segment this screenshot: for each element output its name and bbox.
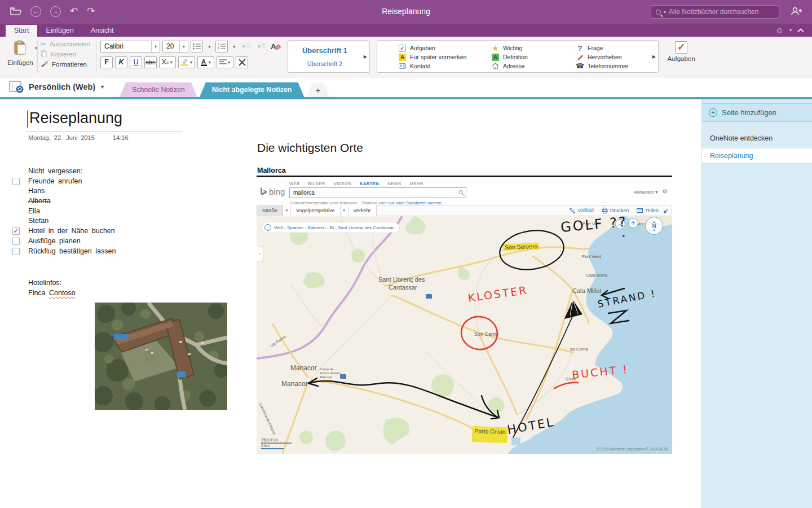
page-list-item-onenote-entdecken[interactable]: OneNote entdecken: [702, 131, 812, 146]
bing-search-business-input[interactable]: mallorca: [289, 187, 359, 198]
copy-button[interactable]: Kopieren: [41, 50, 90, 58]
page-title[interactable]: Reiseplanung: [29, 110, 122, 127]
search-placeholder: Alle Notizbücher durchsuchen: [669, 8, 758, 16]
format-painter-button[interactable]: Formatieren: [41, 60, 90, 68]
paragraph-align-button[interactable]: ▼: [217, 56, 233, 68]
resize-corner-icon[interactable]: ↙: [663, 207, 672, 214]
map-fullscreen-button[interactable]: Vollbild: [570, 208, 594, 213]
hotel-header[interactable]: Hotelinfos:: [28, 279, 61, 287]
map-share-button[interactable]: Teilen: [637, 208, 659, 213]
bullet-list-dropdown[interactable]: ▼: [205, 41, 213, 52]
bing-nav-karten[interactable]: KARTEN: [360, 181, 379, 186]
map-breadcrumb[interactable]: Welt - Spanien - Balearen - BI - Sant Ll…: [262, 222, 399, 233]
feedback-smiley-icon[interactable]: ☺: [775, 25, 784, 35]
add-page-button[interactable]: + Seite hinzufügen: [702, 103, 812, 122]
style-heading1[interactable]: Überschrift 1: [288, 46, 361, 55]
clear-formatting-button[interactable]: A: [270, 41, 282, 52]
tag-fuer-spaeter[interactable]: AFür später vormerken: [399, 54, 492, 61]
collapse-panel-arrow[interactable]: ‹: [257, 247, 263, 261]
subscript-button[interactable]: X2▼: [159, 56, 176, 68]
checkbox[interactable]: [12, 238, 20, 245]
notebook-selector[interactable]: Persönlich (Web) ▼: [9, 81, 105, 93]
delete-button[interactable]: [236, 56, 248, 68]
tag-adresse[interactable]: Adresse: [492, 63, 576, 70]
list-item-text[interactable]: Freunde anrufen: [28, 177, 82, 185]
bing-nav-mehr[interactable]: MEHR: [410, 181, 423, 186]
paste-button[interactable]: ▾ Einfügen: [6, 40, 35, 66]
section-heading[interactable]: Die wichtigsten Orte: [257, 141, 363, 155]
bing-nav-bilder[interactable]: BILDER: [308, 181, 325, 186]
map-mode-birdseye[interactable]: Vogelperspektive: [291, 205, 341, 216]
map-print-button[interactable]: Drucken: [602, 208, 629, 213]
styles-more-arrow[interactable]: ▶: [364, 54, 367, 59]
share-person-add-icon[interactable]: [791, 6, 803, 19]
collapse-ribbon-icon[interactable]: [797, 25, 804, 35]
list-item-text[interactable]: Alberta: [28, 197, 51, 205]
cut-button[interactable]: ✂ Ausschneiden: [41, 40, 90, 48]
font-color-button[interactable]: A▼: [197, 56, 214, 68]
tag-hervorheben[interactable]: Hervorheben: [576, 54, 658, 61]
search-icon[interactable]: [459, 190, 463, 194]
indent-button[interactable]: [255, 41, 267, 52]
map-caption[interactable]: Mallorca: [257, 167, 286, 174]
bold-button[interactable]: F: [100, 56, 113, 68]
section-tab-nicht-abgelegte-notizen[interactable]: Nicht abgelegte Notizen: [200, 82, 304, 97]
search-input[interactable]: ▾ Alle Notizbücher durchsuchen: [651, 5, 779, 19]
numbered-list-dropdown[interactable]: ▼: [230, 41, 238, 52]
bing-nav-news[interactable]: NEWS: [387, 181, 401, 186]
tag-aufgaben[interactable]: ✓Aufgaben: [399, 45, 492, 52]
list-item-text[interactable]: Ella: [28, 207, 40, 215]
chevron-down-icon[interactable]: ▾: [789, 28, 792, 33]
map-mode-street[interactable]: Straße: [257, 205, 283, 216]
outdent-button[interactable]: [240, 41, 253, 52]
zoom-out-button[interactable]: −: [615, 219, 625, 229]
list-item-text[interactable]: Rückflug bestätigen lassen: [28, 247, 116, 255]
list-item-text[interactable]: Ausflüge planen: [28, 237, 81, 245]
highlight-button[interactable]: ▼: [178, 56, 195, 68]
underline-button[interactable]: U: [130, 56, 142, 68]
tab-start[interactable]: Start: [6, 25, 37, 37]
numbered-list-button[interactable]: 123: [215, 41, 228, 52]
tag-wichtig[interactable]: ★Wichtig: [492, 45, 576, 52]
checkbox[interactable]: [12, 178, 20, 185]
font-size-select[interactable]: 20▼: [162, 41, 188, 52]
strikethrough-button[interactable]: abe: [144, 56, 157, 68]
section-tab-schnelle-notizen[interactable]: Schnelle Notizen: [120, 82, 197, 97]
bing-signin-link[interactable]: Anmelden ▾: [634, 190, 657, 195]
todo-tag-button[interactable]: ✓ Aufgaben: [665, 40, 697, 62]
gear-icon[interactable]: ⚙: [662, 188, 668, 195]
list-item-text[interactable]: Stefan: [28, 217, 48, 225]
italic-button[interactable]: K: [115, 56, 127, 68]
tag-kontakt[interactable]: Kontakt: [399, 63, 492, 70]
tab-ansicht[interactable]: Ansicht: [82, 25, 122, 37]
tag-definition[interactable]: ADefinition: [492, 54, 576, 61]
list-header[interactable]: Nicht vergessen:: [28, 167, 82, 175]
chevron-down-icon[interactable]: ▼: [283, 205, 291, 216]
list-item-text[interactable]: Hotel in der Nähe buchen: [28, 227, 115, 235]
map-mode-traffic[interactable]: Verkehr: [348, 205, 377, 216]
hotel-aerial-photo[interactable]: [95, 303, 227, 410]
map-copyright: © 2015 Microsoft Corporation © 2015 HERE: [597, 447, 669, 451]
compass-control[interactable]: ▲N▼: [645, 217, 663, 235]
checkbox[interactable]: [12, 248, 20, 255]
misspelled-word[interactable]: Contoso: [49, 289, 76, 297]
hotel-name[interactable]: Finca Contoso: [28, 289, 76, 297]
tag-telefonnummer[interactable]: ☎Telefonnummer: [576, 63, 658, 70]
list-item-text[interactable]: Hans: [28, 187, 45, 195]
chevron-down-icon[interactable]: ▾: [664, 10, 666, 15]
tags-more-arrow[interactable]: ▶: [652, 54, 656, 59]
checkbox-checked[interactable]: ✓: [12, 227, 20, 235]
bullet-list-button[interactable]: [191, 41, 203, 52]
style-heading2[interactable]: Überschrift 2: [288, 60, 361, 67]
chevron-down-icon[interactable]: ▼: [341, 205, 348, 216]
page-list-item-reiseplanung[interactable]: Reiseplanung: [702, 148, 812, 164]
font-family-select[interactable]: Calibri▼: [100, 41, 160, 52]
new-section-tab[interactable]: +: [307, 82, 330, 97]
bing-nav-web[interactable]: WEB: [289, 181, 300, 186]
bing-map[interactable]: Port Vell Costa dels Pins Son Servera Po…: [257, 216, 672, 454]
bing-search-location-input[interactable]: [359, 187, 466, 198]
tag-frage[interactable]: ?Frage: [576, 45, 658, 52]
zoom-in-button[interactable]: +: [628, 218, 638, 228]
tab-einfuegen[interactable]: Einfügen: [37, 25, 82, 37]
bing-nav-videos[interactable]: VIDEOS: [334, 181, 351, 186]
